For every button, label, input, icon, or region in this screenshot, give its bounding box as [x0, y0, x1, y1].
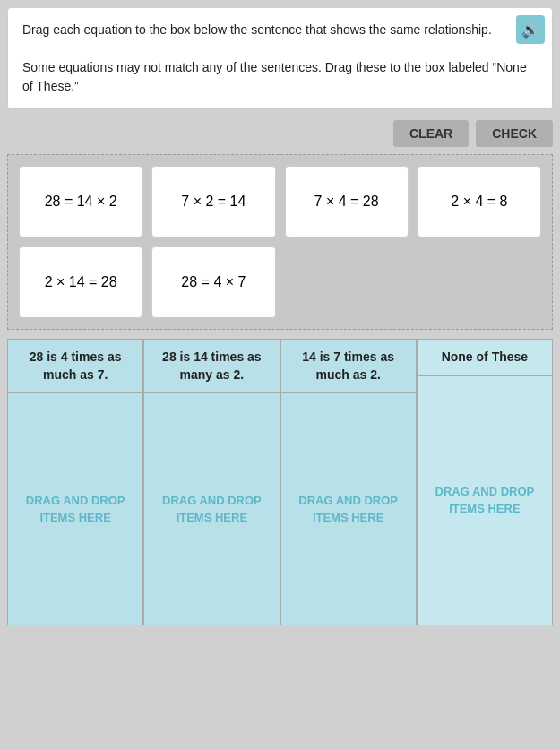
drop-zones-area: 28 is 4 times as much as 7. DRAG AND DRO…: [7, 339, 553, 625]
equation-card-3[interactable]: 7 × 4 = 28: [285, 166, 409, 237]
equation-text-3: 7 × 4 = 28: [314, 194, 379, 210]
equation-text-4: 2 × 4 = 8: [451, 194, 507, 210]
drop-zone-none-body: DRAG AND DROP ITEMS HERE: [418, 376, 552, 625]
drop-zone-2-body: DRAG AND DROP ITEMS HERE: [144, 393, 279, 625]
drop-zone-3[interactable]: 14 is 7 times as much as 2. DRAG AND DRO…: [280, 339, 417, 625]
speaker-button[interactable]: 🔊: [516, 15, 545, 44]
drop-zone-none[interactable]: None of These DRAG AND DROP ITEMS HERE: [417, 339, 553, 625]
toolbar: CLEAR CHECK: [0, 116, 560, 154]
drop-zone-1-body: DRAG AND DROP ITEMS HERE: [8, 393, 142, 625]
drop-zone-3-hint: DRAG AND DROP ITEMS HERE: [289, 492, 409, 527]
drop-zone-1-header: 28 is 4 times as much as 7.: [8, 340, 142, 393]
drop-zone-1-hint: DRAG AND DROP ITEMS HERE: [15, 492, 135, 527]
drop-zone-3-body: DRAG AND DROP ITEMS HERE: [281, 393, 416, 625]
drop-zone-2[interactable]: 28 is 14 times as many as 2. DRAG AND DR…: [143, 339, 280, 625]
speaker-icon: 🔊: [521, 22, 539, 39]
equation-text-6: 28 = 4 × 7: [181, 274, 246, 290]
check-button[interactable]: CHECK: [476, 120, 553, 147]
equation-text-2: 7 × 2 = 14: [181, 194, 246, 210]
equation-text-1: 28 = 14 × 2: [45, 194, 117, 210]
instructions-box: 🔊 Drag each equation to the box below th…: [7, 7, 553, 109]
equation-card-6[interactable]: 28 = 4 × 7: [151, 246, 275, 318]
drop-zone-1[interactable]: 28 is 4 times as much as 7. DRAG AND DRO…: [7, 339, 143, 625]
equation-card-5[interactable]: 2 × 14 = 28: [19, 246, 142, 318]
drop-zone-none-hint: DRAG AND DROP ITEMS HERE: [425, 483, 545, 518]
instruction-line2: Some equations may not match any of the …: [22, 58, 538, 96]
drop-zone-3-header: 14 is 7 times as much as 2.: [281, 340, 416, 393]
clear-button[interactable]: CLEAR: [393, 120, 469, 147]
equations-area: 28 = 14 × 2 7 × 2 = 14 7 × 4 = 28 2 × 4 …: [7, 154, 553, 330]
drop-zone-2-hint: DRAG AND DROP ITEMS HERE: [151, 492, 271, 527]
equation-text-5: 2 × 14 = 28: [45, 274, 117, 290]
equation-card-2[interactable]: 7 × 2 = 14: [151, 166, 275, 237]
drop-zone-2-header: 28 is 14 times as many as 2.: [144, 340, 279, 393]
equation-card-4[interactable]: 2 × 4 = 8: [418, 166, 541, 237]
drop-zone-none-header: None of These: [418, 340, 552, 376]
instruction-line1: Drag each equation to the box below the …: [22, 21, 538, 39]
equation-card-1[interactable]: 28 = 14 × 2: [19, 166, 142, 237]
